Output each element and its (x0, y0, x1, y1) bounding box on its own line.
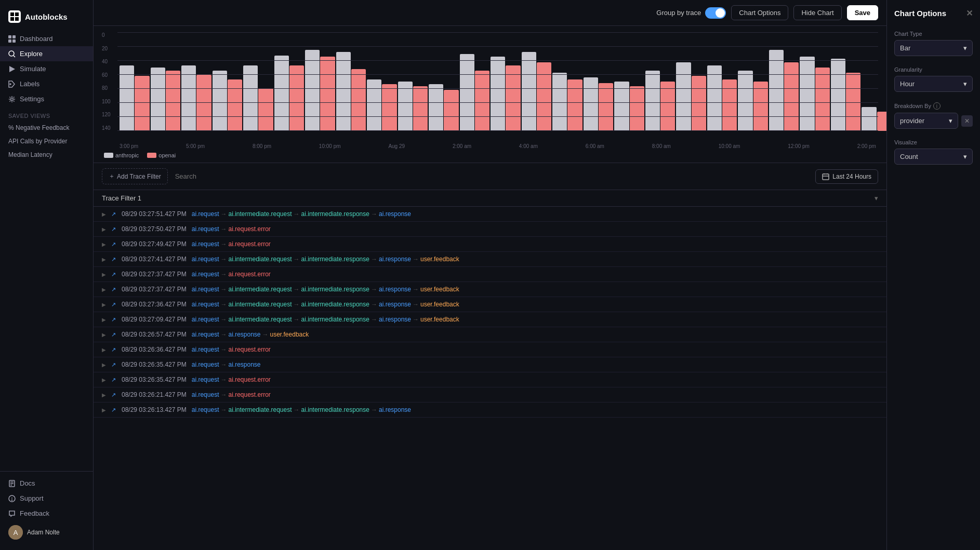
expand-icon: ▶ (102, 242, 108, 247)
trace-timestamp: 08/29 03:26:35.427 PM (122, 376, 187, 383)
chart-type-value: Bar (900, 44, 910, 52)
visualize-value: Count (900, 153, 918, 160)
trace-events: ai.request → ai.intermediate.request → a… (192, 316, 459, 323)
logo-icon (8, 10, 21, 23)
trace-timestamp: 08/29 03:27:09.427 PM (122, 316, 187, 323)
event-tag: ai.intermediate.response (301, 210, 369, 218)
sidebar-item-support[interactable]: Support (0, 491, 93, 506)
trace-row[interactable]: ▶↗08/29 03:26:35.427 PMai.request → ai.r… (94, 372, 886, 387)
x-axis: 3:00 pm 5:00 pm 8:00 pm 10:00 pm Aug 29 … (117, 141, 878, 149)
sidebar-item-simulate[interactable]: Simulate (0, 61, 93, 76)
hide-chart-button[interactable]: Hide Chart (793, 5, 841, 20)
expand-icon: ▶ (102, 317, 108, 323)
external-link-icon[interactable]: ↗ (111, 226, 118, 233)
chart-options-button[interactable]: Chart Options (731, 5, 788, 20)
arrow-icon: → (294, 301, 300, 308)
bar-openai (413, 86, 428, 131)
external-link-icon[interactable]: ↗ (111, 241, 118, 248)
trace-row[interactable]: ▶↗08/29 03:26:57.427 PMai.request → ai.r… (94, 327, 886, 342)
visualize-field: Visualize Count ▾ (894, 139, 973, 165)
trace-row[interactable]: ▶↗08/29 03:26:21.427 PMai.request → ai.r… (94, 387, 886, 403)
bar-group (831, 59, 861, 131)
legend-label-anthropic: anthropic (115, 152, 139, 158)
arrow-icon: → (220, 256, 227, 263)
saved-view-2[interactable]: Median Latency (0, 148, 93, 162)
external-link-icon[interactable]: ↗ (111, 361, 118, 368)
bar-group (645, 71, 676, 131)
trace-row[interactable]: ▶↗08/29 03:27:49.427 PMai.request → ai.r… (94, 237, 886, 252)
expand-icon: ▶ (102, 226, 108, 232)
sidebar-item-feedback[interactable]: Feedback (0, 506, 93, 521)
external-link-icon[interactable]: ↗ (111, 301, 118, 308)
chart-type-field: Chart Type Bar ▾ (894, 31, 973, 56)
trace-row[interactable]: ▶↗08/29 03:26:36.427 PMai.request → ai.r… (94, 342, 886, 357)
bar-group (213, 71, 243, 131)
trace-row[interactable]: ▶↗08/29 03:26:35.427 PMai.request → ai.r… (94, 357, 886, 372)
panel-title-row: Chart Options ✕ (894, 8, 973, 18)
event-tag: ai.response (379, 210, 411, 218)
event-tag: ai.request.error (228, 346, 270, 353)
svg-rect-3 (15, 17, 19, 21)
visualize-select[interactable]: Count ▾ (894, 149, 973, 165)
trace-row[interactable]: ▶↗08/29 03:27:51.427 PMai.request → ai.i… (94, 207, 886, 222)
trace-timestamp: 08/29 03:27:37.427 PM (122, 271, 187, 278)
trace-events: ai.request → ai.response → user.feedback (192, 331, 309, 338)
group-by-trace-toggle[interactable] (705, 7, 726, 19)
chart-type-select[interactable]: Bar ▾ (894, 40, 973, 56)
save-button[interactable]: Save (847, 5, 878, 20)
external-link-icon[interactable]: ↗ (111, 377, 118, 383)
breakdown-select[interactable]: provider ▾ (894, 113, 958, 129)
external-link-icon[interactable]: ↗ (111, 271, 118, 278)
bar-openai (228, 79, 242, 131)
bar-group (614, 82, 644, 131)
external-link-icon[interactable]: ↗ (111, 392, 118, 398)
sidebar-item-labels[interactable]: Labels (0, 76, 93, 91)
event-tag: ai.request (192, 406, 219, 413)
date-range-button[interactable]: Last 24 Hours (815, 169, 878, 184)
plus-icon: ＋ (109, 172, 115, 181)
saved-view-1[interactable]: API Calls by Provider (0, 135, 93, 148)
trace-row[interactable]: ▶↗08/29 03:27:37.427 PMai.request → ai.i… (94, 282, 886, 297)
trace-timestamp: 08/29 03:27:37.427 PM (122, 286, 187, 293)
granularity-select[interactable]: Hour ▾ (894, 76, 973, 92)
saved-view-0[interactable]: % Negative Feedback (0, 121, 93, 135)
sidebar-item-docs[interactable]: Docs (0, 476, 93, 491)
external-link-icon[interactable]: ↗ (111, 256, 118, 263)
add-trace-filter-button[interactable]: ＋ Add Trace Filter (102, 168, 168, 184)
close-icon[interactable]: ✕ (966, 8, 973, 18)
bar-openai (475, 71, 489, 131)
trace-row[interactable]: ▶↗08/29 03:26:13.427 PMai.request → ai.i… (94, 403, 886, 418)
chart-container: 140 120 100 80 60 40 20 0 (102, 32, 878, 141)
trace-filter-row[interactable]: Trace Filter 1 ▾ (94, 190, 886, 207)
sidebar-item-settings[interactable]: Settings (0, 91, 93, 106)
bar-anthropic (738, 71, 752, 131)
svg-rect-5 (12, 35, 16, 38)
external-link-icon[interactable]: ↗ (111, 331, 118, 338)
external-link-icon[interactable]: ↗ (111, 407, 118, 413)
visualize-label: Visualize (894, 139, 973, 145)
expand-icon: ▶ (102, 211, 108, 217)
external-link-icon[interactable]: ↗ (111, 286, 118, 293)
granularity-value: Hour (900, 80, 915, 88)
external-link-icon[interactable]: ↗ (111, 211, 118, 218)
trace-row[interactable]: ▶↗08/29 03:27:41.427 PMai.request → ai.i… (94, 252, 886, 267)
svg-point-12 (11, 98, 14, 100)
trace-row[interactable]: ▶↗08/29 03:27:50.427 PMai.request → ai.r… (94, 222, 886, 237)
trace-row[interactable]: ▶↗08/29 03:27:09.427 PMai.request → ai.i… (94, 312, 886, 327)
sidebar-item-label: Support (20, 494, 44, 502)
search-input[interactable] (173, 169, 811, 183)
breakdown-clear-button[interactable]: ✕ (961, 115, 973, 127)
trace-events: ai.request → ai.request.error (192, 346, 271, 353)
chevron-down-icon: ▾ (963, 80, 967, 88)
sidebar-item-explore[interactable]: Explore (0, 46, 93, 61)
trace-row[interactable]: ▶↗08/29 03:27:37.427 PMai.request → ai.r… (94, 267, 886, 282)
external-link-icon[interactable]: ↗ (111, 346, 118, 353)
bar-anthropic (552, 73, 567, 131)
trace-row[interactable]: ▶↗08/29 03:27:36.427 PMai.request → ai.i… (94, 297, 886, 312)
user-row: A Adam Nolte (0, 521, 93, 544)
trace-events: ai.request → ai.intermediate.request → a… (192, 301, 459, 308)
arrow-icon: → (371, 301, 377, 308)
external-link-icon[interactable]: ↗ (111, 316, 118, 323)
date-label: Last 24 Hours (832, 173, 871, 180)
sidebar-item-dashboard[interactable]: Dashboard (0, 31, 93, 46)
